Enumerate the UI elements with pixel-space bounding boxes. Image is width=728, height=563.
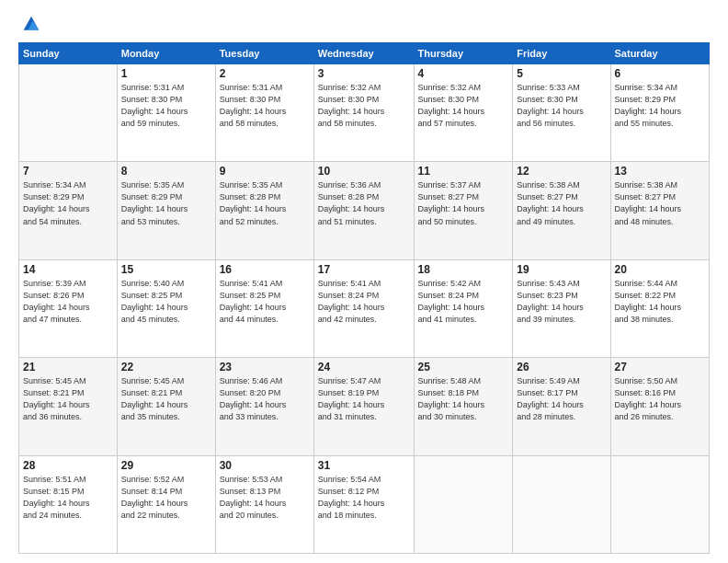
calendar-cell: 30Sunrise: 5:53 AM Sunset: 8:13 PM Dayli… — [215, 455, 313, 553]
calendar-cell — [414, 455, 513, 553]
day-number: 31 — [318, 459, 410, 472]
day-info: Sunrise: 5:31 AM Sunset: 8:30 PM Dayligh… — [121, 82, 211, 130]
page: SundayMondayTuesdayWednesdayThursdayFrid… — [0, 0, 728, 563]
day-number: 1 — [121, 67, 211, 80]
weekday-header-wednesday: Wednesday — [313, 43, 414, 64]
day-info: Sunrise: 5:31 AM Sunset: 8:30 PM Dayligh… — [220, 82, 310, 130]
calendar-cell: 24Sunrise: 5:47 AM Sunset: 8:19 PM Dayli… — [313, 358, 414, 455]
calendar-cell: 29Sunrise: 5:52 AM Sunset: 8:14 PM Dayli… — [117, 455, 215, 553]
calendar-cell: 14Sunrise: 5:39 AM Sunset: 8:26 PM Dayli… — [19, 259, 118, 357]
calendar-cell: 8Sunrise: 5:35 AM Sunset: 8:29 PM Daylig… — [117, 162, 215, 259]
day-number: 22 — [121, 361, 211, 373]
day-number: 24 — [318, 361, 410, 373]
day-info: Sunrise: 5:50 AM Sunset: 8:16 PM Dayligh… — [615, 375, 705, 423]
calendar-cell: 16Sunrise: 5:41 AM Sunset: 8:25 PM Dayli… — [215, 259, 313, 357]
day-info: Sunrise: 5:39 AM Sunset: 8:26 PM Dayligh… — [23, 278, 113, 326]
calendar-cell: 9Sunrise: 5:35 AM Sunset: 8:28 PM Daylig… — [215, 162, 313, 259]
day-info: Sunrise: 5:34 AM Sunset: 8:29 PM Dayligh… — [23, 179, 113, 227]
calendar-cell — [19, 64, 118, 162]
weekday-header-saturday: Saturday — [610, 43, 709, 64]
day-number: 21 — [23, 361, 113, 373]
calendar-week-5: 28Sunrise: 5:51 AM Sunset: 8:15 PM Dayli… — [19, 455, 710, 553]
day-number: 19 — [517, 263, 606, 276]
day-number: 5 — [517, 67, 606, 80]
day-info: Sunrise: 5:54 AM Sunset: 8:12 PM Dayligh… — [318, 474, 410, 522]
day-info: Sunrise: 5:32 AM Sunset: 8:30 PM Dayligh… — [418, 82, 509, 130]
calendar-cell: 17Sunrise: 5:41 AM Sunset: 8:24 PM Dayli… — [313, 259, 414, 357]
day-info: Sunrise: 5:35 AM Sunset: 8:28 PM Dayligh… — [220, 179, 310, 227]
day-info: Sunrise: 5:38 AM Sunset: 8:27 PM Dayligh… — [615, 179, 705, 227]
day-info: Sunrise: 5:33 AM Sunset: 8:30 PM Dayligh… — [517, 82, 606, 130]
calendar-table: SundayMondayTuesdayWednesdayThursdayFrid… — [18, 42, 710, 554]
calendar-cell: 27Sunrise: 5:50 AM Sunset: 8:16 PM Dayli… — [610, 358, 709, 455]
calendar-cell: 23Sunrise: 5:46 AM Sunset: 8:20 PM Dayli… — [215, 358, 313, 455]
day-number: 14 — [23, 263, 113, 276]
day-number: 12 — [517, 165, 606, 178]
calendar-cell: 22Sunrise: 5:45 AM Sunset: 8:21 PM Dayli… — [117, 358, 215, 455]
day-number: 10 — [318, 165, 410, 178]
day-info: Sunrise: 5:44 AM Sunset: 8:22 PM Dayligh… — [615, 278, 705, 326]
day-number: 25 — [418, 361, 509, 373]
calendar-cell — [610, 455, 709, 553]
day-info: Sunrise: 5:49 AM Sunset: 8:17 PM Dayligh… — [517, 375, 606, 423]
calendar-cell: 1Sunrise: 5:31 AM Sunset: 8:30 PM Daylig… — [117, 64, 215, 162]
calendar-cell: 6Sunrise: 5:34 AM Sunset: 8:29 PM Daylig… — [610, 64, 709, 162]
calendar-cell: 21Sunrise: 5:45 AM Sunset: 8:21 PM Dayli… — [19, 358, 118, 455]
day-number: 3 — [318, 67, 410, 80]
day-info: Sunrise: 5:51 AM Sunset: 8:15 PM Dayligh… — [23, 474, 113, 522]
calendar-cell: 11Sunrise: 5:37 AM Sunset: 8:27 PM Dayli… — [414, 162, 513, 259]
day-info: Sunrise: 5:36 AM Sunset: 8:28 PM Dayligh… — [318, 179, 410, 227]
calendar-cell: 2Sunrise: 5:31 AM Sunset: 8:30 PM Daylig… — [215, 64, 313, 162]
day-info: Sunrise: 5:41 AM Sunset: 8:25 PM Dayligh… — [220, 278, 310, 326]
day-number: 27 — [615, 361, 705, 373]
day-info: Sunrise: 5:45 AM Sunset: 8:21 PM Dayligh… — [121, 375, 211, 423]
day-info: Sunrise: 5:37 AM Sunset: 8:27 PM Dayligh… — [418, 179, 509, 227]
day-number: 17 — [318, 263, 410, 276]
calendar-week-4: 21Sunrise: 5:45 AM Sunset: 8:21 PM Dayli… — [19, 358, 710, 455]
calendar-cell: 15Sunrise: 5:40 AM Sunset: 8:25 PM Dayli… — [117, 259, 215, 357]
weekday-header-row: SundayMondayTuesdayWednesdayThursdayFrid… — [19, 43, 710, 64]
weekday-header-friday: Friday — [513, 43, 610, 64]
day-info: Sunrise: 5:35 AM Sunset: 8:29 PM Dayligh… — [121, 179, 211, 227]
calendar-cell: 19Sunrise: 5:43 AM Sunset: 8:23 PM Dayli… — [513, 259, 610, 357]
day-info: Sunrise: 5:32 AM Sunset: 8:30 PM Dayligh… — [318, 82, 410, 130]
day-info: Sunrise: 5:42 AM Sunset: 8:24 PM Dayligh… — [418, 278, 509, 326]
day-info: Sunrise: 5:53 AM Sunset: 8:13 PM Dayligh… — [220, 474, 310, 522]
calendar-cell: 25Sunrise: 5:48 AM Sunset: 8:18 PM Dayli… — [414, 358, 513, 455]
day-number: 23 — [220, 361, 310, 373]
day-number: 6 — [615, 67, 705, 80]
day-info: Sunrise: 5:34 AM Sunset: 8:29 PM Dayligh… — [615, 82, 705, 130]
calendar-week-3: 14Sunrise: 5:39 AM Sunset: 8:26 PM Dayli… — [19, 259, 710, 357]
day-number: 11 — [418, 165, 509, 178]
calendar-cell: 10Sunrise: 5:36 AM Sunset: 8:28 PM Dayli… — [313, 162, 414, 259]
calendar-cell: 28Sunrise: 5:51 AM Sunset: 8:15 PM Dayli… — [19, 455, 118, 553]
weekday-header-sunday: Sunday — [19, 43, 118, 64]
day-number: 9 — [220, 165, 310, 178]
day-number: 28 — [23, 459, 113, 472]
weekday-header-monday: Monday — [117, 43, 215, 64]
day-info: Sunrise: 5:46 AM Sunset: 8:20 PM Dayligh… — [220, 375, 310, 423]
day-info: Sunrise: 5:41 AM Sunset: 8:24 PM Dayligh… — [318, 278, 410, 326]
calendar-week-2: 7Sunrise: 5:34 AM Sunset: 8:29 PM Daylig… — [19, 162, 710, 259]
day-number: 8 — [121, 165, 211, 178]
day-info: Sunrise: 5:43 AM Sunset: 8:23 PM Dayligh… — [517, 278, 606, 326]
calendar-cell: 7Sunrise: 5:34 AM Sunset: 8:29 PM Daylig… — [19, 162, 118, 259]
day-number: 7 — [23, 165, 113, 178]
day-number: 16 — [220, 263, 310, 276]
calendar-cell: 18Sunrise: 5:42 AM Sunset: 8:24 PM Dayli… — [414, 259, 513, 357]
calendar-cell: 5Sunrise: 5:33 AM Sunset: 8:30 PM Daylig… — [513, 64, 610, 162]
day-number: 18 — [418, 263, 509, 276]
calendar-cell: 3Sunrise: 5:32 AM Sunset: 8:30 PM Daylig… — [313, 64, 414, 162]
calendar-cell: 26Sunrise: 5:49 AM Sunset: 8:17 PM Dayli… — [513, 358, 610, 455]
day-number: 15 — [121, 263, 211, 276]
weekday-header-thursday: Thursday — [414, 43, 513, 64]
day-number: 4 — [418, 67, 509, 80]
day-number: 26 — [517, 361, 606, 373]
day-info: Sunrise: 5:38 AM Sunset: 8:27 PM Dayligh… — [517, 179, 606, 227]
day-number: 2 — [220, 67, 310, 80]
calendar-cell: 13Sunrise: 5:38 AM Sunset: 8:27 PM Dayli… — [610, 162, 709, 259]
day-info: Sunrise: 5:48 AM Sunset: 8:18 PM Dayligh… — [418, 375, 509, 423]
day-number: 30 — [220, 459, 310, 472]
day-number: 13 — [615, 165, 705, 178]
calendar-cell: 20Sunrise: 5:44 AM Sunset: 8:22 PM Dayli… — [610, 259, 709, 357]
